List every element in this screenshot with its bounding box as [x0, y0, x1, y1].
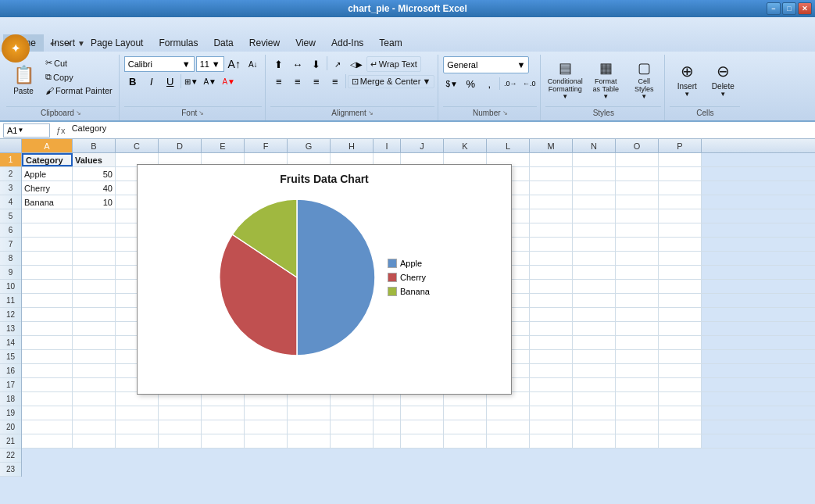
close-button[interactable]: ✕ [798, 2, 812, 15]
merge-center-button[interactable]: ⊡ Merge & Center ▼ [348, 75, 435, 88]
minimize-button[interactable]: − [767, 2, 781, 15]
align-top-button[interactable]: ⬆ [270, 56, 288, 72]
paste-button[interactable]: 📋 Paste [6, 56, 41, 103]
row-header-2[interactable]: 2 [0, 167, 21, 181]
italic-button[interactable]: I [143, 73, 160, 89]
cell-a4[interactable]: Banana [22, 195, 73, 209]
align-left-button[interactable]: ≡ [270, 73, 288, 89]
font-name-dropdown[interactable]: Calibri ▼ [124, 56, 195, 72]
cell-reference-box[interactable]: A1 ▼ [3, 123, 50, 138]
number-expand[interactable]: ↘ [502, 109, 508, 116]
cut-button[interactable]: ✂ Cut [42, 56, 116, 70]
increase-decimal-button[interactable]: .0→ [502, 76, 519, 91]
col-header-o[interactable]: O [616, 139, 659, 152]
row-header-15[interactable]: 15 [0, 350, 21, 364]
format-as-table-button[interactable]: ▦ Formatas Table ▼ [586, 56, 625, 103]
cell-m1[interactable] [530, 153, 573, 166]
clipboard-expand[interactable]: ↘ [76, 109, 81, 116]
cell-p1[interactable] [659, 153, 702, 166]
office-button[interactable]: ✦ [2, 34, 30, 63]
number-format-dropdown[interactable]: General ▼ [443, 56, 529, 73]
formula-input[interactable]: Category [72, 123, 812, 138]
chart-container[interactable]: Fruits Data Chart Apple Cherry [137, 164, 512, 395]
menu-page-layout[interactable]: Page Layout [83, 34, 151, 52]
row-header-3[interactable]: 3 [0, 181, 21, 195]
row-header-6[interactable]: 6 [0, 223, 21, 238]
conditional-formatting-button[interactable]: ▤ ConditionalFormatting ▼ [545, 56, 584, 103]
delete-cells-button[interactable]: ⊖ Delete ▼ [706, 56, 740, 103]
cell-o2[interactable] [616, 167, 659, 181]
accounting-button[interactable]: $▼ [443, 76, 460, 91]
bold-button[interactable]: B [124, 73, 141, 89]
row-header-14[interactable]: 14 [0, 336, 21, 350]
row-header-13[interactable]: 13 [0, 322, 21, 336]
col-header-g[interactable]: G [288, 139, 331, 152]
cell-n4[interactable] [573, 195, 616, 209]
col-header-l[interactable]: L [487, 139, 530, 152]
row-header-11[interactable]: 11 [0, 294, 21, 308]
cell-ref-dropdown[interactable]: ▼ [17, 127, 23, 134]
borders-button[interactable]: ⊞▼ [183, 73, 200, 89]
font-color-button[interactable]: A▼ [220, 73, 238, 89]
fill-color-button[interactable]: A▼ [202, 73, 219, 89]
menu-data[interactable]: Data [206, 34, 241, 52]
row-header-5[interactable]: 5 [0, 209, 21, 223]
cell-b1[interactable]: Values [73, 153, 116, 166]
comma-button[interactable]: , [481, 76, 498, 91]
wrap-text-button[interactable]: ↵ Wrap Text [366, 56, 421, 72]
alignment-expand[interactable]: ↘ [368, 109, 374, 116]
cell-b3[interactable]: 40 [73, 181, 116, 195]
row-header-23[interactable]: 23 [0, 463, 21, 477]
copy-button[interactable]: ⧉ Copy [42, 70, 116, 84]
col-header-k[interactable]: K [444, 139, 487, 152]
cell-o4[interactable] [616, 195, 659, 209]
row-header-9[interactable]: 9 [0, 266, 21, 280]
cell-p3[interactable] [659, 181, 702, 195]
cell-o1[interactable] [616, 153, 659, 166]
col-header-d[interactable]: D [159, 139, 202, 152]
justify-button[interactable]: ≡ [327, 73, 344, 89]
col-header-h[interactable]: H [331, 139, 374, 152]
col-header-c[interactable]: C [116, 139, 159, 152]
cell-p4[interactable] [659, 195, 702, 209]
row-header-8[interactable]: 8 [0, 252, 21, 266]
menu-view[interactable]: View [288, 34, 323, 52]
col-header-p[interactable]: P [659, 139, 702, 152]
row-header-20[interactable]: 20 [0, 420, 21, 434]
menu-addins[interactable]: Add-Ins [323, 34, 371, 52]
cell-a5[interactable] [22, 209, 73, 223]
col-header-i[interactable]: I [374, 139, 401, 152]
align-center-button[interactable]: ≡ [289, 73, 306, 89]
increase-font-button[interactable]: A↑ [226, 56, 243, 72]
font-size-dropdown[interactable]: 11 ▼ [196, 56, 224, 72]
cell-styles-button[interactable]: ▢ CellStyles ▼ [627, 56, 661, 103]
col-header-f[interactable]: F [245, 139, 288, 152]
col-header-j[interactable]: J [401, 139, 444, 152]
decrease-font-button[interactable]: A↓ [245, 56, 262, 72]
col-header-b[interactable]: B [73, 139, 116, 152]
cell-n1[interactable] [573, 153, 616, 166]
row-header-18[interactable]: 18 [0, 392, 21, 406]
indent-decrease-button[interactable]: ◁▶ [348, 56, 365, 72]
cell-p2[interactable] [659, 167, 702, 181]
cell-o3[interactable] [616, 181, 659, 195]
cell-m2[interactable] [530, 167, 573, 181]
row-header-10[interactable]: 10 [0, 280, 21, 294]
underline-button[interactable]: U [162, 73, 179, 89]
col-header-e[interactable]: E [202, 139, 245, 152]
text-orient-button[interactable]: ↗ [329, 56, 346, 72]
row-header-19[interactable]: 19 [0, 406, 21, 420]
align-middle-button[interactable]: ↔ [289, 56, 306, 72]
cell-a1[interactable]: Category [22, 153, 73, 166]
row-header-16[interactable]: 16 [0, 364, 21, 378]
cell-b4[interactable]: 10 [73, 195, 116, 209]
menu-review[interactable]: Review [241, 34, 288, 52]
row-header-1[interactable]: 1 [0, 153, 21, 167]
col-header-a[interactable]: A [22, 139, 73, 152]
cell-a2[interactable]: Apple [22, 167, 73, 181]
cell-n3[interactable] [573, 181, 616, 195]
percent-button[interactable]: % [462, 76, 479, 91]
row-header-17[interactable]: 17 [0, 378, 21, 392]
cell-a3[interactable]: Cherry [22, 181, 73, 195]
font-expand[interactable]: ↘ [198, 109, 204, 116]
